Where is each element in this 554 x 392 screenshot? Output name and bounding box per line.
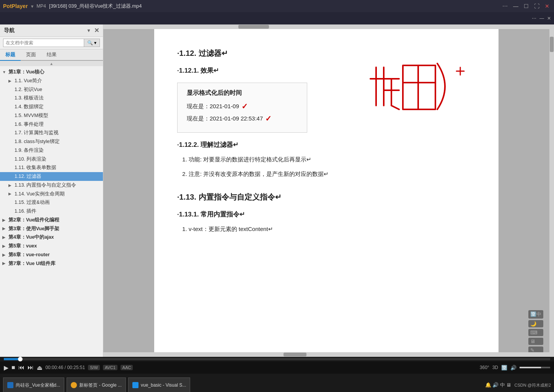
tree-item-1-16[interactable]: 1.16. 插件 (0, 207, 103, 216)
tree-item-1-9[interactable]: 1.9. 条件渲染 (0, 146, 103, 155)
tree-item-1-6[interactable]: 1.6. 事件处理 (0, 120, 103, 129)
h-scrollbar-thumb[interactable] (238, 25, 269, 29)
feature-list: 功能: 对要显示的数据进行特定格式化后再显示↵ 注意: 并没有改变原本的数据，是… (189, 154, 476, 180)
secondary-bar: ⋯ — ✕ (0, 12, 554, 24)
inner-list: v-text：更新元素的 textContent↵ (189, 223, 476, 235)
demo-line1-text: 现在是：2021-01-09 (187, 103, 239, 110)
tab-results[interactable]: 结果 (41, 49, 62, 60)
search-bar: 🔍 ▾ (0, 37, 103, 49)
tree-item-1-5[interactable]: 1.5. MVVM模型 (0, 111, 103, 120)
tree-item-1-14[interactable]: ▶ 1.14. Vue实例生命周期 (0, 190, 103, 198)
top-h-scrollbar[interactable] (103, 24, 554, 29)
demo-title: 显示格式化后的时间 (187, 89, 298, 97)
time-current: 00:00:46 (46, 365, 64, 370)
tree-item-1-11[interactable]: 1.11. 收集表单数据 (0, 163, 103, 172)
doc-vertical-scrollbar[interactable] (549, 29, 554, 352)
tree-item-ch5[interactable]: ▶ 第5章：vuex (0, 242, 103, 250)
progress-bar-section[interactable] (0, 357, 554, 361)
bottom-h-scrollbar-thumb[interactable] (284, 353, 306, 356)
taskbar-icon-2 (71, 382, 77, 388)
sub-label-1-13-1: ·1.13.1. 常用内置指令↵ (177, 211, 245, 218)
vol-icon[interactable]: 🔊 (510, 365, 517, 371)
inner-item-1-text: v-text：更新元素的 textContent↵ (189, 226, 273, 232)
play-button[interactable]: ▶ (4, 364, 8, 371)
tree-item-1-4[interactable]: 1.4. 数据绑定 (0, 102, 103, 111)
tree-item-1-10[interactable]: 1.10. 列表渲染 (0, 155, 103, 164)
audio-badge: AAC (121, 365, 133, 370)
taskbar-label-1: 尚硅谷_Vue全家桶d... (16, 382, 60, 389)
speed-badge: S/W (88, 365, 100, 370)
tab-title[interactable]: 标题 (0, 49, 21, 61)
doc-page[interactable]: ·1.12. 过滤器↵ ·1.12.1. 效果↵ 显示格式化后的时间 现在是：2… (154, 29, 499, 352)
close-btn[interactable]: ✕ (543, 3, 551, 9)
degree-360[interactable]: 360° (480, 365, 489, 370)
secondary-min-btn[interactable]: — (539, 16, 544, 21)
file-title: [39/168] 039_尚硅谷Vue技术_过滤器.mp4 (49, 3, 498, 10)
tree-item-ch3[interactable]: ▶ 第3章：使用Vue脚手架 (0, 224, 103, 233)
secondary-close-btn[interactable]: ✕ (547, 16, 551, 21)
tree-item-1-15[interactable]: 1.15. 过渡&动画 (0, 198, 103, 207)
systray-icons: 🔔 🔊 中 🖥 (485, 382, 512, 389)
tree-item-1-2[interactable]: 1.2. 初识Vue (0, 85, 103, 94)
search-input[interactable] (3, 39, 84, 47)
tree-item-1-8[interactable]: 1.8. class与style绑定 (0, 137, 103, 146)
sub-label-1-12-1: ·1.12.1. 效果↵ (177, 67, 219, 74)
tree-item-1-7[interactable]: 1.7. 计算属性与监视 (0, 128, 103, 137)
bottom-h-scrollbar[interactable] (103, 352, 554, 357)
collapse-handle[interactable]: ▲ (0, 61, 103, 66)
subheading-1-12-2-wrapper: ·1.12.2. 理解过滤器↵ (177, 140, 476, 149)
prev-button[interactable]: ⏮ (18, 364, 24, 371)
minimize-btn[interactable]: — (512, 3, 520, 9)
tree-item-1-3[interactable]: 1.3. 模板语法 (0, 94, 103, 102)
next-button[interactable]: ⏭ (28, 364, 34, 371)
content-area: ·1.12. 过滤器↵ ·1.12.1. 效果↵ 显示格式化后的时间 现在是：2… (103, 29, 549, 352)
menu-btn[interactable]: ⋯ (501, 3, 509, 9)
search-button[interactable]: 🔍 ▾ (84, 39, 100, 47)
demo-line-1: 现在是：2021-01-09 ✓ (187, 102, 298, 111)
subheading-1-13-1: ·1.13.1. 常用内置指令↵ (177, 210, 476, 219)
tree-item-ch7[interactable]: ▶ 第7章：Vue UI组件库 (0, 259, 103, 268)
checkmark-2: ✓ (265, 114, 272, 123)
current-time: 00:00:46 / 00:25:51 (46, 365, 85, 370)
taskbar-item-2[interactable]: 新标签页 - Google ... (67, 377, 126, 392)
taskbar-item-1[interactable]: 尚硅谷_Vue全家桶d... (3, 377, 64, 392)
inner-list-item-1: v-text：更新元素的 textContent↵ (189, 223, 476, 235)
tree-item-1-1[interactable]: ▶ 1.1. Vue简介 (0, 76, 103, 85)
codec-badge: AVC1 (103, 365, 117, 370)
tree-item-ch4[interactable]: ▶ 第4章：Vue中的ajax (0, 233, 103, 242)
taskbar-item-3[interactable]: vue_basic - Visual S... (128, 377, 191, 392)
tree-container: ▼ 第1章：Vue核心 ▶ 1.1. Vue简介 1.2. 初识Vue 1.3.… (0, 66, 103, 357)
csdn-user-label: CSDN @符木成柜2 (514, 382, 551, 388)
volume-bar[interactable] (520, 367, 550, 368)
window-controls: ⋯ — ☐ ⛶ ✕ (501, 3, 551, 9)
volume-fill (520, 367, 541, 368)
format-badge: MP4 (37, 3, 46, 9)
list-item-1: 功能: 对要显示的数据进行特定格式化后再显示↵ (189, 154, 476, 165)
tree-item-1-13[interactable]: ▶ 1.13. 内置指令与自定义指令 (0, 181, 103, 190)
stop-button[interactable]: ■ (11, 364, 15, 371)
flag-3d[interactable]: 3D (492, 365, 498, 370)
tree-item-ch1[interactable]: ▼ 第1章：Vue核心 (0, 68, 103, 76)
progress-thumb[interactable] (18, 357, 23, 361)
list-item-2-text: 注意: 并没有改变原本的数据，是产生新的对应的数据↵ (189, 171, 329, 177)
taskbar-label-2: 新标签页 - Google ... (79, 382, 122, 389)
tree-item-ch6[interactable]: ▶ 第6章：vue-router (0, 250, 103, 259)
video-progress[interactable] (4, 358, 550, 360)
demo-line-2: 现在是：2021-01-09 22:53:47 ✓ (187, 114, 298, 123)
tree-item-1-12[interactable]: 1.12. 过滤器 (0, 172, 103, 181)
secondary-menu-btn[interactable]: ⋯ (532, 16, 536, 21)
taskbar-icon-3 (132, 382, 138, 388)
tree-item-ch2[interactable]: ▶ 第2章：Vue组件化编程 (0, 216, 103, 224)
sidebar: 导航 ▼ ✕ 🔍 ▾ 标题 页面 结果 ▲ ▼ 第1章：Vue核心 ▶ 1.1 (0, 24, 103, 357)
eject-button[interactable]: ⏏ (37, 364, 42, 371)
expand-btn[interactable]: ▼ (86, 28, 91, 33)
restore-btn[interactable]: ☐ (522, 3, 530, 9)
fullscreen-btn[interactable]: ⛶ (533, 3, 541, 9)
doc-scrollbar-thumb[interactable] (550, 37, 554, 52)
csdn-label: 🈳 (501, 365, 507, 371)
tab-page[interactable]: 页面 (21, 49, 41, 60)
controls-bar: ▶ ■ ⏮ ⏭ ⏏ 00:00:46 / 00:25:51 S/W AVC1 A… (0, 361, 554, 374)
sidebar-close-btn[interactable]: ✕ (94, 27, 99, 34)
title-bar: PotPlayer ▾ MP4 [39/168] 039_尚硅谷Vue技术_过滤… (0, 0, 554, 12)
taskbar-label-3: vue_basic - Visual S... (141, 382, 186, 388)
